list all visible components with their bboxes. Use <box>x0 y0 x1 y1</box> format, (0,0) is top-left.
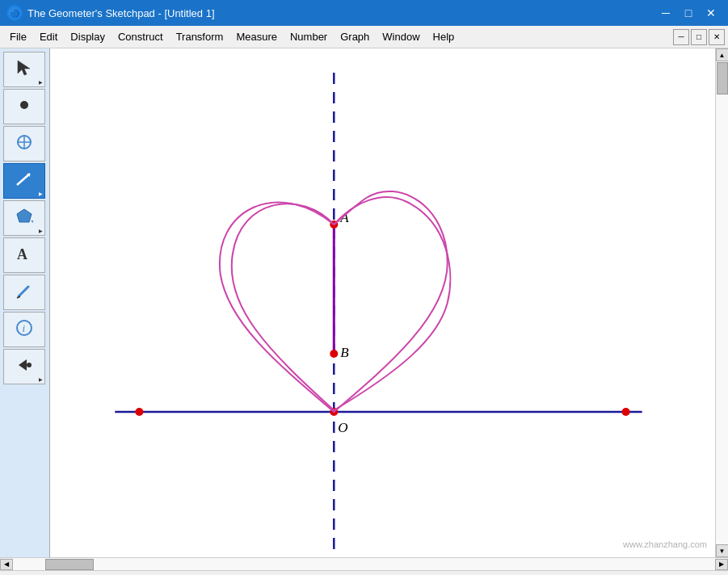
menu-item-measure[interactable]: Measure <box>229 29 284 44</box>
scroll-thumb[interactable] <box>717 62 728 94</box>
svg-marker-14 <box>19 359 27 371</box>
custom-expand-icon: ▶ <box>39 376 43 382</box>
tool-custom[interactable]: ▶ <box>3 349 45 384</box>
svg-point-25 <box>330 350 338 358</box>
svg-text:O: O <box>338 420 347 435</box>
title-controls: ─ □ ✕ <box>655 2 722 23</box>
line-icon <box>15 170 33 192</box>
scroll-down-button[interactable]: ▼ <box>716 544 729 557</box>
svg-text:i: i <box>23 322 26 334</box>
menu-items: FileEditDisplayConstructTransformMeasure… <box>3 29 461 44</box>
tool-select[interactable]: ▶ <box>3 52 45 87</box>
tool-marker[interactable] <box>3 275 45 310</box>
scroll-track[interactable] <box>716 61 728 544</box>
horizontal-scrollbar[interactable]: ◀ ▶ <box>0 557 728 570</box>
info-icon: i <box>15 319 33 341</box>
svg-marker-7 <box>17 209 32 222</box>
close-button[interactable]: ✕ <box>701 2 722 23</box>
title-bar-left: 🔵 The Geometer's Sketchpad - [Untitled 1… <box>6 5 215 21</box>
svg-line-5 <box>17 174 30 185</box>
custom-icon <box>15 356 33 378</box>
minimize-button[interactable]: ─ <box>655 2 676 23</box>
point-icon <box>16 97 32 117</box>
menu-bar: FileEditDisplayConstructTransformMeasure… <box>0 26 728 48</box>
app-icon: 🔵 <box>6 5 23 21</box>
title-bar: 🔵 The Geometer's Sketchpad - [Untitled 1… <box>0 0 728 26</box>
scroll-up-button[interactable]: ▲ <box>716 48 729 61</box>
vertical-scrollbar[interactable]: ▲ ▼ <box>715 48 728 557</box>
polygon-icon <box>15 208 33 229</box>
svg-text:A: A <box>17 246 27 262</box>
line-expand-icon: ▶ <box>39 191 43 196</box>
svg-marker-8 <box>31 220 33 223</box>
tool-text[interactable]: A <box>3 237 45 273</box>
main-area: ▶▶▶Ai▶ O A <box>0 48 728 557</box>
polygon-expand-icon: ▶ <box>39 228 43 233</box>
text-icon: A <box>15 245 33 267</box>
menu-item-file[interactable]: File <box>3 29 33 44</box>
menu-item-edit[interactable]: Edit <box>33 29 64 44</box>
tool-compass[interactable] <box>3 126 45 162</box>
window-title: The Geometer's Sketchpad - [Untitled 1] <box>27 7 215 19</box>
select-icon <box>16 59 32 81</box>
menu-item-graph[interactable]: Graph <box>334 29 376 44</box>
menu-item-construct[interactable]: Construct <box>112 29 170 44</box>
maximize-button[interactable]: □ <box>678 2 699 23</box>
menu-item-window[interactable]: Window <box>376 29 426 44</box>
svg-point-18 <box>135 408 143 416</box>
tool-point[interactable] <box>3 89 45 124</box>
select-expand-icon: ▶ <box>39 79 43 85</box>
menu-item-display[interactable]: Display <box>64 29 112 44</box>
scroll-right-button[interactable]: ▶ <box>715 559 728 570</box>
menu-item-number[interactable]: Number <box>284 29 334 44</box>
hscroll-track[interactable] <box>13 558 715 570</box>
tool-polygon[interactable]: ▶ <box>3 200 45 236</box>
tool-line[interactable]: ▶ <box>3 163 45 199</box>
menu-restore-btn[interactable]: □ <box>691 29 707 45</box>
svg-text:B: B <box>340 345 349 360</box>
tool-info[interactable]: i <box>3 312 45 347</box>
sketch-canvas-area[interactable]: O A B www.zhanzhang.com <box>50 48 715 557</box>
bottom-area: ◀ ▶ Click to begin scrolling the window <box>0 557 728 575</box>
marker-icon <box>15 282 33 304</box>
menu-close-btn[interactable]: ✕ <box>709 29 725 45</box>
scroll-left-button[interactable]: ◀ <box>0 559 13 570</box>
compass-icon <box>15 133 33 155</box>
svg-line-10 <box>19 287 28 296</box>
menu-right-controls: ─ □ ✕ <box>673 29 725 45</box>
svg-point-15 <box>27 363 32 367</box>
hscroll-thumb[interactable] <box>45 559 94 570</box>
menu-minimize-btn[interactable]: ─ <box>673 29 689 45</box>
status-bar: Click to begin scrolling the window <box>0 570 728 575</box>
sketch-svg: O A B <box>50 48 715 557</box>
menu-item-transform[interactable]: Transform <box>170 29 230 44</box>
svg-marker-0 <box>18 61 30 75</box>
svg-point-19 <box>622 408 630 416</box>
svg-point-1 <box>20 101 28 109</box>
toolbar: ▶▶▶Ai▶ <box>0 48 50 557</box>
menu-item-help[interactable]: Help <box>427 29 461 44</box>
